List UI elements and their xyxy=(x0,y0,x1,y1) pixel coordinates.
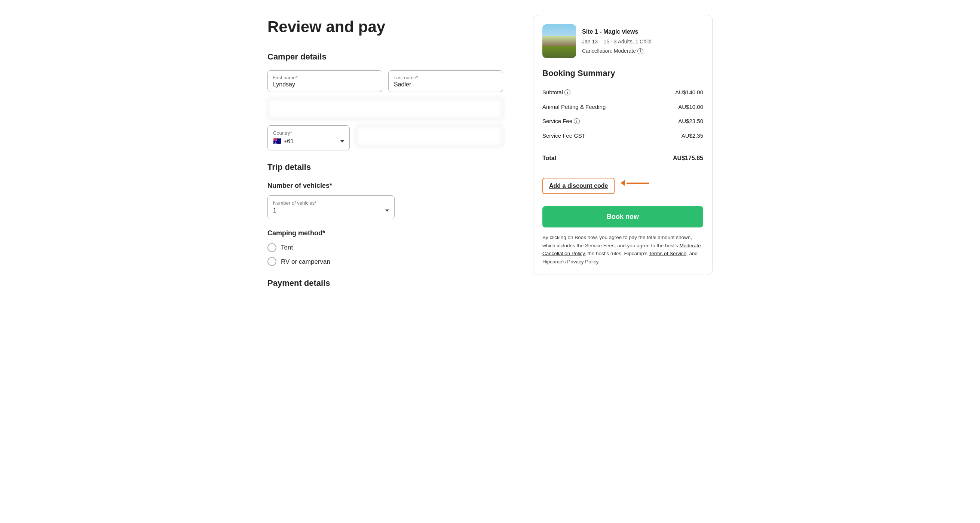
subtotal-value: AU$140.00 xyxy=(675,88,703,97)
summary-row-service-fee: Service Fee i AU$23.50 xyxy=(542,114,703,129)
total-label: Total xyxy=(542,154,556,163)
contact-row: Country* 🇦🇺 +61 Phone number* xyxy=(267,125,503,150)
email-row: Email address* xyxy=(267,98,503,119)
subtotal-info-icon[interactable]: i xyxy=(565,89,570,95)
radio-label-tent: Tent xyxy=(281,243,293,253)
email-input[interactable] xyxy=(267,98,503,119)
radio-tent[interactable]: Tent xyxy=(267,243,503,253)
property-image xyxy=(542,24,576,58)
terms-of-service-link[interactable]: Terms of Service xyxy=(649,251,687,256)
legal-period: . xyxy=(598,259,600,264)
payment-details-title: Payment details xyxy=(267,277,503,289)
animal-value: AU$10.00 xyxy=(678,103,703,111)
summary-row-animal: Animal Petting & Feeding AU$10.00 xyxy=(542,100,703,114)
trip-details-title: Trip details xyxy=(267,161,503,173)
subtotal-label: Subtotal i xyxy=(542,88,570,97)
camping-method-title: Camping method* xyxy=(267,228,503,238)
vehicles-value-row: 1 xyxy=(273,206,389,215)
discount-row: Add a discount code xyxy=(542,172,703,200)
service-fee-info-icon[interactable]: i xyxy=(574,118,580,124)
vehicles-select[interactable]: Number of vehicles* 1 xyxy=(267,195,395,219)
left-column: Review and pay Camper details First name… xyxy=(267,15,503,297)
country-label: Country* xyxy=(273,129,292,137)
page-title: Review and pay xyxy=(267,15,503,38)
arrow-head-icon xyxy=(620,180,625,186)
radio-circle-rv xyxy=(267,257,277,266)
email-field: Email address* xyxy=(267,98,503,119)
booking-summary-title: Booking Summary xyxy=(542,67,703,79)
country-flag: 🇦🇺 xyxy=(273,136,281,146)
property-dates: Jan 13 – 15 · 3 Adults, 1 Child xyxy=(582,38,652,46)
gst-label: Service Fee GST xyxy=(542,132,585,140)
book-now-button[interactable]: Book now xyxy=(542,206,703,227)
first-name-input[interactable] xyxy=(267,70,382,92)
arrow-indicator xyxy=(620,180,649,186)
right-column: Site 1 - Magic views Jan 13 – 15 · 3 Adu… xyxy=(533,15,713,297)
discount-link-wrapper: Add a discount code xyxy=(542,178,614,194)
radio-label-rv: RV or campervan xyxy=(281,257,330,267)
vehicles-value-text: 1 xyxy=(273,206,277,215)
country-field[interactable]: Country* 🇦🇺 +61 xyxy=(267,125,350,150)
last-name-field: Last name* xyxy=(388,70,503,92)
camping-method-group: Tent RV or campervan xyxy=(267,243,503,266)
discount-code-link[interactable]: Add a discount code xyxy=(542,178,614,194)
radio-rv[interactable]: RV or campervan xyxy=(267,257,503,267)
cancellation-text: Cancellation: Moderate xyxy=(582,47,636,55)
legal-text-middle: , the host's rules, Hipcamp's xyxy=(585,251,649,256)
privacy-policy-link[interactable]: Privacy Policy xyxy=(567,259,598,264)
summary-row-total: Total AU$175.85 xyxy=(542,149,703,166)
property-details: Site 1 - Magic views Jan 13 – 15 · 3 Adu… xyxy=(582,24,652,58)
name-row: First name* Last name* xyxy=(267,70,503,92)
phone-input[interactable] xyxy=(356,125,503,147)
vehicles-chevron-icon xyxy=(385,210,389,212)
summary-divider xyxy=(542,146,703,146)
service-fee-value: AU$23.50 xyxy=(678,117,703,126)
total-value: AU$175.85 xyxy=(673,154,703,163)
property-name: Site 1 - Magic views xyxy=(582,27,652,36)
property-cancellation: Cancellation: Moderate i xyxy=(582,47,652,55)
phone-field: Phone number* xyxy=(356,125,503,150)
booking-card: Site 1 - Magic views Jan 13 – 15 · 3 Adu… xyxy=(533,15,713,275)
property-image-inner xyxy=(542,24,576,58)
summary-row-gst: Service Fee GST AU$2.35 xyxy=(542,129,703,143)
legal-text-before: By clicking on Book now, you agree to pa… xyxy=(542,235,692,248)
first-name-field: First name* xyxy=(267,70,382,92)
gst-value: AU$2.35 xyxy=(681,132,703,140)
country-code: +61 xyxy=(283,137,294,146)
radio-circle-tent xyxy=(267,243,277,252)
vehicles-subsection-title: Number of vehicles* xyxy=(267,181,503,191)
legal-text: By clicking on Book now, you agree to pa… xyxy=(542,234,703,265)
animal-label: Animal Petting & Feeding xyxy=(542,103,606,111)
country-select[interactable]: Country* 🇦🇺 +61 xyxy=(267,125,350,150)
summary-row-subtotal: Subtotal i AU$140.00 xyxy=(542,85,703,100)
property-info: Site 1 - Magic views Jan 13 – 15 · 3 Adu… xyxy=(542,24,703,58)
service-fee-label: Service Fee i xyxy=(542,117,580,126)
arrow-line xyxy=(627,183,649,184)
vehicles-label: Number of vehicles* xyxy=(273,199,317,207)
camper-details-title: Camper details xyxy=(267,51,503,63)
last-name-input[interactable] xyxy=(388,70,503,92)
chevron-down-icon xyxy=(340,140,344,143)
cancellation-info-icon[interactable]: i xyxy=(637,48,643,54)
